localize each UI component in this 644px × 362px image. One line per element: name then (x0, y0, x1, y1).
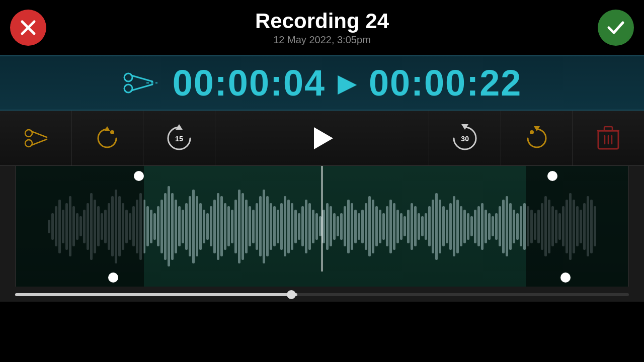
waveform-bar (474, 210, 476, 243)
svg-line-5 (131, 84, 152, 90)
waveform-bar (460, 206, 462, 246)
waveform-bar (330, 206, 332, 246)
waveform-bar (146, 206, 149, 246)
waveform-bar (245, 200, 248, 253)
waveform-bar (301, 206, 304, 246)
waveform-bar (153, 213, 156, 240)
waveform-bar (513, 210, 515, 243)
waveform-bar (428, 206, 431, 246)
trim-handle-top-left[interactable] (134, 171, 144, 181)
timer-current: 00:00:04 (173, 62, 326, 104)
waveform-bar (354, 210, 357, 243)
waveform-bar (323, 210, 325, 243)
svg-point-3 (124, 84, 132, 93)
waveform-bar (196, 196, 198, 256)
svg-point-12 (110, 130, 114, 134)
timer-total: 00:00:22 (369, 62, 522, 104)
waveform-bar (259, 196, 262, 256)
waveform-bar (442, 206, 445, 246)
waveform-bar (379, 210, 381, 243)
svg-line-9 (31, 131, 47, 137)
waveform-bar (298, 213, 300, 240)
play-icon (314, 127, 333, 149)
cancel-button[interactable] (10, 10, 46, 46)
waveform-bar (171, 193, 174, 260)
waveform-bar (432, 200, 434, 253)
waveform-bar (435, 193, 438, 260)
waveform-bar (456, 200, 459, 253)
waveform-bar (150, 210, 152, 243)
waveform-bar (502, 200, 505, 253)
waveform-bar (333, 213, 336, 240)
waveform-bar (315, 213, 318, 240)
waveform-bar (227, 206, 230, 246)
forward-30-button[interactable]: 30 (429, 111, 501, 165)
waveform-bar (287, 200, 290, 253)
svg-point-2 (124, 73, 132, 81)
waveform-bar (168, 186, 170, 266)
waveform-bar (347, 200, 350, 253)
rewind-15-label: 15 (175, 135, 183, 143)
confirm-button[interactable] (598, 10, 634, 46)
scrollbar-knob[interactable] (287, 290, 296, 299)
waveform-bar (414, 206, 417, 246)
waveform-bar (365, 203, 367, 250)
waveform-bar (160, 200, 163, 253)
svg-point-16 (530, 130, 534, 134)
waveform-bar (382, 213, 385, 240)
waveform-bar (326, 203, 329, 250)
waveform-bar (439, 200, 441, 253)
forward-30-label: 30 (461, 135, 469, 143)
waveform-bar (164, 193, 167, 260)
waveform-bar (178, 206, 181, 246)
play-button[interactable] (215, 111, 430, 165)
waveform-bar (213, 200, 216, 253)
waveform-bar (368, 196, 371, 256)
header-title-block: Recording 24 12 May 2022, 3:05pm (255, 10, 389, 45)
svg-line-10 (31, 139, 47, 145)
scrollbar[interactable] (15, 290, 629, 299)
loop-forward-button[interactable] (501, 111, 573, 165)
waveform-bar (224, 203, 226, 250)
waveform-bar (488, 213, 491, 240)
waveform-bar (337, 216, 339, 236)
waveform-bar (375, 206, 378, 246)
waveform-overlay-right (526, 166, 629, 287)
waveform-bar (499, 206, 501, 246)
scissors-button[interactable] (0, 111, 72, 165)
waveform-bar (372, 200, 374, 253)
waveform-bar (361, 210, 364, 243)
waveform-bar (463, 210, 466, 243)
waveform-bar (495, 213, 498, 240)
waveform-bar (284, 196, 286, 256)
waveform-container[interactable] (0, 166, 644, 302)
waveform-bar (203, 210, 205, 243)
waveform-bar (446, 210, 448, 243)
waveform-bar (470, 216, 473, 236)
waveform-bar (199, 203, 202, 250)
waveform-bar (520, 206, 522, 246)
trim-handle-bottom-right[interactable] (560, 273, 571, 283)
waveform-bar (263, 190, 265, 263)
waveform-bar (242, 193, 244, 260)
recording-date: 12 May 2022, 3:05pm (255, 34, 389, 46)
trim-handle-bottom-left[interactable] (108, 273, 118, 283)
waveform-bar (256, 203, 258, 250)
waveform-bar (340, 213, 343, 240)
trim-handle-top-right[interactable] (547, 171, 557, 181)
waveform-bar (308, 203, 311, 250)
delete-button[interactable] (573, 111, 644, 165)
waveform-bar (210, 206, 212, 246)
waveform-bar (393, 203, 395, 250)
waveform-bar (238, 190, 240, 263)
waveform-bar (481, 203, 484, 250)
loop-back-button[interactable] (72, 111, 144, 165)
rewind-15-button[interactable]: 15 (143, 111, 215, 165)
waveform-bar (421, 216, 424, 236)
waveform-bar (266, 196, 269, 256)
waveform-bar (217, 193, 219, 260)
waveform-bar (280, 203, 283, 250)
waveform-bar (344, 206, 346, 246)
waveform-bar (291, 203, 293, 250)
waveform-bar (396, 210, 399, 243)
